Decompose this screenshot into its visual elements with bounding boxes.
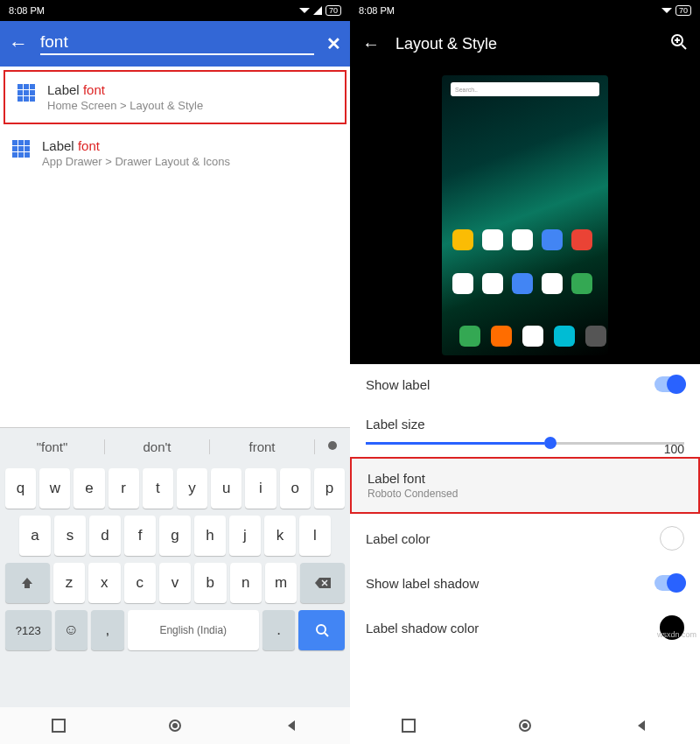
key-u[interactable]: u [211,468,242,509]
search-key[interactable] [298,610,345,650]
svg-point-8 [522,723,528,728]
status-bar: 8:08 PM 70 [0,0,350,21]
key-e[interactable]: e [74,468,104,509]
status-bar: 8:08 PM 70 [350,0,700,21]
key-j[interactable]: j [229,516,261,556]
nav-home-icon[interactable] [168,719,182,733]
period-key[interactable]: . [262,610,296,650]
setting-show-label[interactable]: Show label [350,364,700,404]
preview-search-bar: Search.. [451,82,599,96]
battery-icon: 70 [326,5,341,16]
key-r[interactable]: r [108,468,139,509]
svg-point-1 [317,625,326,634]
result-path: App Drawer > Drawer Layout & Icons [42,155,230,168]
label-size-slider-row: 100 [350,442,700,457]
keyboard: "font" don't front qwertyuiop asdfghjkl … [0,427,350,707]
wifi-icon [662,6,672,15]
setting-label-color[interactable]: Label color [350,514,700,563]
toggle-switch[interactable] [654,376,684,392]
search-result-item[interactable]: Label font App Drawer > Drawer Layout & … [0,128,350,179]
nav-recent-icon[interactable] [52,719,66,733]
search-input[interactable]: font [40,32,314,55]
label-size-slider[interactable] [366,442,684,445]
nav-home-icon[interactable] [518,719,532,733]
key-h[interactable]: h [194,516,226,556]
status-icons: 70 [299,5,341,16]
key-k[interactable]: k [264,516,296,556]
key-i[interactable]: i [245,468,276,509]
key-c[interactable]: c [124,563,156,603]
nav-back-icon[interactable] [634,719,648,733]
setting-show-label-shadow[interactable]: Show label shadow [350,563,700,603]
suggestion[interactable]: don't [105,439,210,454]
key-l[interactable]: l [299,516,331,556]
key-o[interactable]: o [280,468,311,509]
toggle-switch[interactable] [654,575,684,591]
key-d[interactable]: d [89,516,121,556]
key-q[interactable]: q [5,468,36,509]
setting-label-shadow-color[interactable]: Label shadow color [350,603,700,652]
suggestion[interactable]: "font" [0,439,105,454]
backspace-key[interactable] [300,563,345,603]
svg-point-0 [328,441,337,450]
shift-key[interactable] [5,563,50,603]
key-x[interactable]: x [88,563,120,603]
key-t[interactable]: t [143,468,173,509]
key-f[interactable]: f [124,516,156,556]
result-title: Label font [42,138,230,153]
emoji-key[interactable]: ☺ [55,610,88,650]
nav-recent-icon[interactable] [402,719,416,733]
key-row: zxcvbnm [0,559,350,607]
key-b[interactable]: b [194,563,226,603]
phone-right: 8:08 PM 70 ← Layout & Style Search.. Sho… [350,0,700,744]
back-button[interactable]: ← [9,32,28,55]
svg-rect-6 [402,719,415,732]
settings-list: Show label Label size 100 Label font Rob… [350,364,700,707]
status-icons: 70 [662,5,691,16]
nav-bar [0,707,350,744]
key-m[interactable]: m [265,563,297,603]
svg-rect-2 [52,719,65,732]
key-a[interactable]: a [19,516,51,556]
back-button[interactable]: ← [362,34,380,54]
key-p[interactable]: p [314,468,345,509]
mic-icon[interactable] [315,439,350,454]
signal-icon [313,6,322,15]
grid-icon [18,84,35,102]
clear-search-button[interactable]: ✕ [326,33,341,54]
grid-icon [12,140,30,158]
setting-label-font[interactable]: Label font Roboto Condensed [350,457,700,514]
page-header: ← Layout & Style [350,21,700,67]
search-header: ← font ✕ [0,21,350,67]
nav-bar [350,707,700,744]
preview-area: Search.. [350,67,700,364]
key-w[interactable]: w [39,468,70,509]
numbers-key[interactable]: ?123 [5,610,52,650]
wifi-icon [299,6,310,15]
svg-point-4 [172,723,178,728]
key-g[interactable]: g [159,516,191,556]
status-time: 8:08 PM [9,5,45,16]
phone-left: 8:08 PM 70 ← font ✕ Label font Home Scre… [0,0,350,744]
key-row: ?123 ☺ , English (India) . [0,607,350,654]
zoom-icon[interactable] [670,33,688,54]
key-s[interactable]: s [54,516,86,556]
page-title: Layout & Style [396,35,654,53]
battery-icon: 70 [676,5,691,16]
setting-label-size: Label size [350,404,700,435]
status-time: 8:08 PM [359,5,395,16]
key-n[interactable]: n [230,563,262,603]
spacebar[interactable]: English (India) [128,610,259,650]
suggestion[interactable]: front [210,439,315,454]
key-v[interactable]: v [159,563,191,603]
key-z[interactable]: z [53,563,85,603]
key-y[interactable]: y [177,468,207,509]
nav-back-icon[interactable] [284,719,298,733]
result-path: Home Screen > Layout & Style [47,99,203,112]
color-swatch-white[interactable] [660,526,684,551]
search-results: Label font Home Screen > Layout & Style … [0,67,350,427]
result-title: Label font [47,82,203,97]
search-result-item[interactable]: Label font Home Screen > Layout & Style [4,70,346,124]
comma-key[interactable]: , [91,610,124,650]
key-row: qwertyuiop [0,465,350,512]
